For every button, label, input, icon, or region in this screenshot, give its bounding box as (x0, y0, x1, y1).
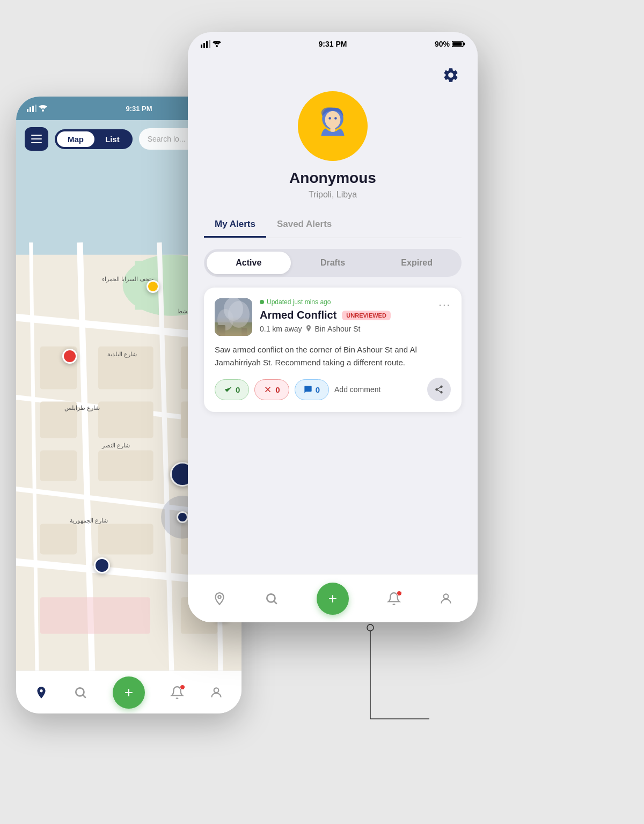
svg-rect-1 (30, 107, 31, 112)
card-meta: Updated just mins ago Armed Conflict UNR… (260, 298, 431, 333)
svg-rect-2 (32, 106, 34, 112)
nav-search[interactable] (74, 686, 87, 700)
card-description: Saw armed conflict on the corner of Bin … (215, 343, 451, 369)
front-signal-icons (201, 40, 221, 48)
svg-rect-3 (35, 105, 36, 112)
svg-rect-45 (331, 127, 335, 132)
updated-text: Updated just mins ago (260, 298, 431, 306)
svg-rect-52 (241, 328, 247, 336)
marker-pin[interactable] (94, 557, 110, 573)
avatar-svg (309, 102, 357, 150)
front-nav-profile[interactable] (439, 592, 453, 606)
filter-drafts[interactable]: Drafts (291, 252, 375, 274)
card-more-button[interactable]: ··· (438, 298, 451, 311)
nav-add-fab[interactable]: + (113, 676, 145, 709)
card-actions: 0 0 0 Add comment (215, 378, 451, 401)
svg-rect-28 (40, 597, 150, 634)
front-status-bar: 9:31 PM 90% (188, 32, 478, 56)
svg-point-56 (367, 624, 374, 631)
svg-point-44 (334, 117, 337, 120)
back-time: 9:31 PM (126, 105, 152, 113)
front-nav-add-fab[interactable]: + (317, 583, 349, 615)
nav-location[interactable] (34, 686, 48, 700)
avatar (298, 91, 368, 161)
svg-rect-39 (463, 43, 465, 46)
marker-red[interactable] (62, 349, 77, 364)
map-list-toggle[interactable]: Map List (55, 129, 133, 149)
card-title: Armed Conflict (260, 309, 336, 321)
battery-section: 90% (435, 40, 465, 48)
alert-card: Updated just mins ago Armed Conflict UNR… (204, 288, 462, 412)
filter-active[interactable]: Active (207, 252, 291, 274)
svg-point-32 (214, 688, 219, 693)
svg-rect-22 (98, 451, 153, 481)
add-comment-text[interactable]: Add comment (334, 385, 380, 394)
menu-button[interactable] (25, 127, 48, 151)
nav-notifications[interactable] (170, 686, 184, 700)
alert-image (215, 298, 252, 336)
svg-rect-51 (217, 325, 225, 336)
deny-button[interactable]: 0 (254, 379, 289, 400)
user-location: Tripoli, Libya (309, 190, 357, 200)
front-time: 9:31 PM (319, 40, 347, 48)
svg-point-55 (444, 594, 449, 599)
svg-rect-40 (453, 42, 462, 46)
alerts-tabs: My Alerts Saved Alerts (204, 212, 462, 238)
comment-button[interactable]: 0 (295, 379, 329, 400)
filter-expired[interactable]: Expired (375, 252, 459, 274)
map-label-5: شارع الجمهورية (70, 517, 108, 524)
front-phone: 9:31 PM 90% (188, 32, 478, 622)
profile-content: Anonymous Tripoli, Libya My Alerts Saved… (188, 56, 478, 423)
svg-point-4 (42, 109, 44, 112)
unreviewed-badge: UNREVIEWED (342, 311, 391, 320)
svg-rect-47 (215, 322, 252, 336)
status-toggle: Active Drafts Expired (204, 249, 462, 277)
signal-icons (27, 105, 47, 112)
svg-point-50 (224, 298, 243, 321)
list-toggle[interactable]: List (94, 131, 130, 147)
map-toggle[interactable]: Map (57, 131, 94, 147)
tab-my-alerts[interactable]: My Alerts (204, 212, 266, 238)
alert-image-inner (215, 298, 252, 336)
back-bottom-nav: + (16, 671, 241, 713)
svg-rect-35 (206, 41, 208, 48)
svg-point-42 (325, 111, 341, 128)
share-button[interactable] (427, 378, 451, 401)
svg-rect-26 (98, 524, 153, 554)
marker-yellow[interactable] (147, 280, 159, 293)
front-fab-button[interactable]: + (317, 583, 349, 615)
svg-point-53 (218, 595, 221, 598)
map-label-2: شارع البلدية (107, 351, 137, 358)
front-nav-notifications[interactable] (387, 592, 401, 606)
card-distance: 0.1 km away Bin Ashour St (260, 325, 431, 333)
settings-section (204, 67, 462, 86)
svg-rect-21 (98, 401, 153, 438)
card-title-row: Armed Conflict UNREVIEWED (260, 309, 431, 321)
svg-rect-36 (209, 40, 210, 48)
username: Anonymous (289, 170, 376, 187)
front-nav-search[interactable] (265, 592, 279, 606)
svg-rect-19 (40, 451, 77, 481)
svg-rect-25 (40, 524, 77, 554)
fab-add-button[interactable]: + (113, 676, 145, 709)
svg-point-37 (216, 45, 218, 47)
card-header: Updated just mins ago Armed Conflict UNR… (215, 298, 451, 336)
confirm-button[interactable]: 0 (215, 379, 249, 400)
avatar-section: Anonymous Tripoli, Libya (204, 91, 462, 200)
svg-point-54 (267, 594, 275, 602)
front-nav-location[interactable] (213, 592, 226, 606)
map-label-1: متحف السرايا الحمراء (102, 276, 154, 283)
tab-saved-alerts[interactable]: Saved Alerts (266, 212, 342, 238)
marker-dark-small[interactable] (177, 511, 188, 523)
battery-percent: 90% (435, 40, 450, 48)
settings-button[interactable] (442, 67, 462, 86)
svg-rect-0 (27, 109, 28, 112)
svg-point-31 (76, 688, 84, 696)
nav-profile[interactable] (209, 686, 223, 700)
front-bottom-nav: + (188, 574, 478, 622)
svg-point-43 (328, 117, 331, 120)
svg-rect-33 (201, 45, 202, 48)
green-dot (260, 300, 264, 304)
map-label-3: شارع طرابلس (64, 404, 100, 411)
svg-rect-34 (203, 43, 205, 48)
